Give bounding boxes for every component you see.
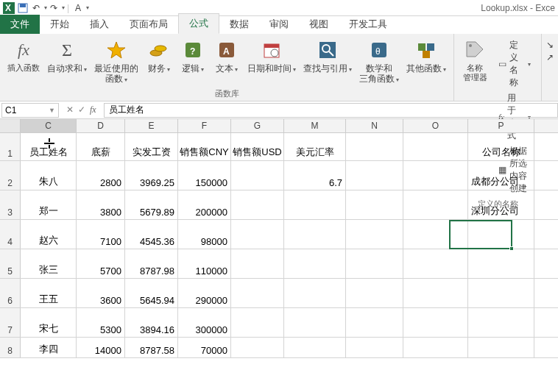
cell[interactable]: 员工姓名 xyxy=(21,133,77,160)
cell[interactable]: 公司名称 xyxy=(468,133,534,160)
cell[interactable]: 销售额CNY xyxy=(178,133,231,160)
redo-dropdown-icon[interactable]: ▾ xyxy=(62,4,65,11)
name-box[interactable]: C1 ▼ xyxy=(1,103,59,118)
cell[interactable]: 张三 xyxy=(21,249,77,278)
cell[interactable]: 2800 xyxy=(77,161,125,190)
col-header-M[interactable]: M xyxy=(284,119,346,132)
cell[interactable]: 美元汇率 xyxy=(284,133,346,160)
cell[interactable] xyxy=(403,161,468,190)
cell[interactable] xyxy=(468,249,534,278)
tab-insert[interactable]: 插入 xyxy=(80,15,119,34)
col-header-G[interactable]: G xyxy=(231,119,284,132)
cell[interactable] xyxy=(346,190,403,219)
cell[interactable] xyxy=(403,249,468,278)
insert-function-button[interactable]: fx 插入函数 xyxy=(4,37,43,86)
row-header[interactable]: 1 xyxy=(0,133,21,160)
cell[interactable] xyxy=(346,279,403,307)
other-functions-button[interactable]: 其他函数▾ xyxy=(403,37,449,86)
cell[interactable]: 110000 xyxy=(178,249,231,278)
cell[interactable]: 300000 xyxy=(178,308,231,337)
cell[interactable] xyxy=(284,249,346,278)
enter-icon[interactable]: ✓ xyxy=(78,104,85,115)
cell[interactable]: 14000 xyxy=(77,338,125,357)
cell[interactable]: 8787.58 xyxy=(125,338,178,357)
tab-view[interactable]: 视图 xyxy=(299,15,339,34)
cell[interactable]: 赵六 xyxy=(21,220,77,249)
cell[interactable] xyxy=(346,308,403,337)
cell[interactable] xyxy=(284,220,346,249)
cell[interactable]: 70000 xyxy=(178,338,231,357)
recent-functions-button[interactable]: 最近使用的 函数▾ xyxy=(91,37,141,86)
tab-file[interactable]: 文件 xyxy=(0,15,40,34)
cell[interactable] xyxy=(346,161,403,190)
cell[interactable]: 销售额USD xyxy=(231,133,284,160)
cell[interactable] xyxy=(284,338,346,357)
finance-button[interactable]: 财务▾ xyxy=(143,37,175,86)
col-header-E[interactable]: E xyxy=(125,119,178,132)
cell[interactable] xyxy=(231,308,284,337)
tab-review[interactable]: 审阅 xyxy=(259,15,299,34)
cell[interactable] xyxy=(403,338,468,357)
cell[interactable]: 290000 xyxy=(178,279,231,307)
cell[interactable]: 3800 xyxy=(77,190,125,219)
cell[interactable] xyxy=(346,133,403,160)
cell[interactable]: 5679.89 xyxy=(125,190,178,219)
tab-dev[interactable]: 开发工具 xyxy=(339,15,398,34)
cell[interactable]: 朱八 xyxy=(21,161,77,190)
undo-button[interactable]: ↶ xyxy=(29,1,43,15)
cell[interactable] xyxy=(403,190,468,219)
cell[interactable] xyxy=(403,133,468,160)
cell[interactable]: 深圳分公司 xyxy=(468,190,534,219)
math-button[interactable]: θ 数学和 三角函数▾ xyxy=(356,37,402,86)
row-header[interactable]: 8 xyxy=(0,338,21,357)
tab-formula[interactable]: 公式 xyxy=(178,13,219,34)
cell[interactable]: 6.7 xyxy=(284,161,346,190)
cell[interactable]: 200000 xyxy=(178,190,231,219)
cell[interactable] xyxy=(468,338,534,357)
cell[interactable] xyxy=(284,279,346,307)
save-icon[interactable] xyxy=(16,1,29,15)
trace-precedents-button[interactable]: ↘ xyxy=(546,40,554,50)
row-header[interactable]: 5 xyxy=(0,249,21,278)
select-all-corner[interactable] xyxy=(0,119,21,132)
row-header[interactable]: 3 xyxy=(0,190,21,219)
cancel-icon[interactable]: ✕ xyxy=(66,104,74,115)
cell[interactable]: 5700 xyxy=(77,249,125,278)
tab-data[interactable]: 数据 xyxy=(219,15,259,34)
row-header[interactable]: 6 xyxy=(0,279,21,307)
col-header-N[interactable]: N xyxy=(346,119,403,132)
col-header-O[interactable]: O xyxy=(403,119,468,132)
cell[interactable]: 150000 xyxy=(178,161,231,190)
cell[interactable] xyxy=(403,308,468,337)
cell[interactable]: 5300 xyxy=(77,308,125,337)
fx-icon[interactable]: fx xyxy=(90,104,96,115)
lookup-button[interactable]: 查找与引用▾ xyxy=(300,37,355,86)
row-header[interactable]: 7 xyxy=(0,308,21,337)
cell[interactable]: 底薪 xyxy=(77,133,125,160)
logic-button[interactable]: ? 逻辑▾ xyxy=(177,37,209,86)
cell[interactable]: 4545.36 xyxy=(125,220,178,249)
col-header-P[interactable]: P xyxy=(468,119,534,132)
cell[interactable] xyxy=(468,279,534,307)
row-header[interactable]: 4 xyxy=(0,220,21,249)
cell[interactable] xyxy=(231,279,284,307)
tab-home[interactable]: 开始 xyxy=(40,15,80,34)
font-a-button[interactable]: A xyxy=(71,1,85,15)
cell[interactable]: 8787.98 xyxy=(125,249,178,278)
row-header[interactable]: 2 xyxy=(0,161,21,190)
cell[interactable]: 实发工资 xyxy=(125,133,178,160)
cell[interactable]: 7100 xyxy=(77,220,125,249)
cell[interactable]: 郑一 xyxy=(21,190,77,219)
cell[interactable]: 98000 xyxy=(178,220,231,249)
cell[interactable]: 3894.16 xyxy=(125,308,178,337)
formula-bar[interactable]: 员工姓名 xyxy=(104,103,558,118)
cell[interactable] xyxy=(284,308,346,337)
cell[interactable]: 5645.94 xyxy=(125,279,178,307)
cell[interactable] xyxy=(231,220,284,249)
cell[interactable] xyxy=(346,249,403,278)
cell[interactable] xyxy=(231,190,284,219)
col-header-D[interactable]: D xyxy=(77,119,125,132)
trace-dependents-button[interactable]: ↗ xyxy=(546,52,554,63)
cell[interactable] xyxy=(346,338,403,357)
cell[interactable] xyxy=(284,190,346,219)
